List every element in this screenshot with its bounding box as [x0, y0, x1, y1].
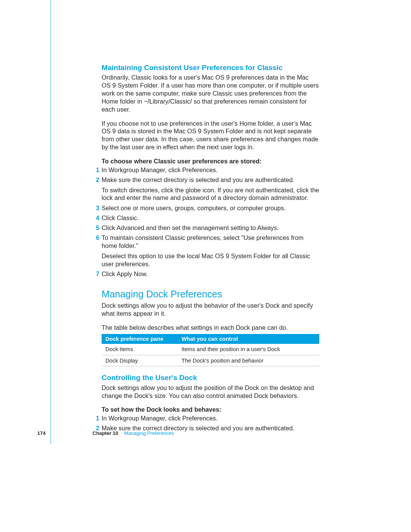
step-text: Click Advanced and then set the manageme… [102, 224, 279, 231]
step-text: Select one or more users, groups, comput… [102, 204, 286, 211]
paragraph: Ordinarily, Classic looks for a user's M… [102, 73, 319, 113]
step-text: Click Classic. [102, 214, 139, 221]
step-subtext: To switch directories, click the globe i… [102, 186, 319, 202]
step-number: 2 [94, 176, 99, 184]
step-number: 6 [94, 234, 99, 242]
step-subtext: Deselect this option to use the local Ma… [102, 252, 319, 268]
heading-controlling-dock: Controlling the User's Dock [102, 373, 319, 382]
margin-rule [51, 0, 51, 444]
step-item: 3 Select one or more users, groups, comp… [102, 204, 319, 212]
table-header: Dock preference pane [102, 334, 178, 344]
table-cell: Dock Display [102, 355, 178, 366]
step-item: 2 Make sure the correct directory is sel… [102, 176, 319, 202]
table-row: Dock Display The Dock's position and beh… [102, 355, 319, 366]
document-page: Maintaining Consistent User Preferences … [0, 0, 411, 532]
step-text: In Workgroup Manager, click Preferences. [102, 415, 218, 422]
step-number: 3 [94, 204, 99, 212]
step-list: 1 In Workgroup Manager, click Preference… [102, 166, 319, 278]
instruction-title: To set how the Dock looks and behaves: [102, 406, 319, 414]
table-cell: The Dock's position and behavior [178, 355, 319, 366]
paragraph: Dock settings allow you to adjust the be… [102, 302, 319, 318]
chapter-title: Managing Preferences [124, 430, 174, 436]
table-header: What you can control [178, 334, 319, 344]
step-number: 1 [94, 166, 99, 174]
table-header-row: Dock preference pane What you can contro… [102, 334, 319, 344]
step-list: 1 In Workgroup Manager, click Preference… [102, 414, 319, 432]
page-content: Maintaining Consistent User Preferences … [102, 63, 319, 442]
heading-managing-dock: Managing Dock Preferences [102, 288, 319, 300]
instruction-title: To choose where Classic user preferences… [102, 157, 319, 165]
chapter-label: Chapter 10 [92, 430, 118, 436]
heading-classic-prefs: Maintaining Consistent User Preferences … [102, 63, 319, 72]
step-number: 4 [94, 214, 99, 222]
step-text: To maintain consistent Classic preferenc… [102, 234, 304, 249]
step-number: 1 [94, 414, 99, 422]
page-number: 174 [37, 430, 46, 436]
step-item: 7 Click Apply Now. [102, 270, 319, 278]
step-item: 1 In Workgroup Manager, click Preference… [102, 414, 319, 422]
paragraph: If you choose not to use preferences in … [102, 120, 319, 151]
step-item: 1 In Workgroup Manager, click Preference… [102, 166, 319, 174]
table-cell: Dock Items [102, 344, 178, 355]
step-text: Click Apply Now. [102, 270, 148, 277]
step-item: 5 Click Advanced and then set the manage… [102, 224, 319, 232]
table-cell: Items and their position in a user's Doc… [178, 344, 319, 355]
paragraph: Dock settings allow you to adjust the po… [102, 384, 319, 400]
step-text: In Workgroup Manager, click Preferences. [102, 166, 218, 173]
step-number: 5 [94, 224, 99, 232]
dock-pane-table: Dock preference pane What you can contro… [102, 334, 319, 367]
paragraph: The table below describes what settings … [102, 324, 319, 332]
step-text: Make sure the correct directory is selec… [102, 176, 295, 183]
table-row: Dock Items Items and their position in a… [102, 344, 319, 355]
step-item: 4 Click Classic. [102, 214, 319, 222]
page-footer: 174 Chapter 10 Managing Preferences [37, 430, 174, 436]
step-number: 7 [94, 270, 99, 278]
step-item: 6 To maintain consistent Classic prefere… [102, 234, 319, 268]
